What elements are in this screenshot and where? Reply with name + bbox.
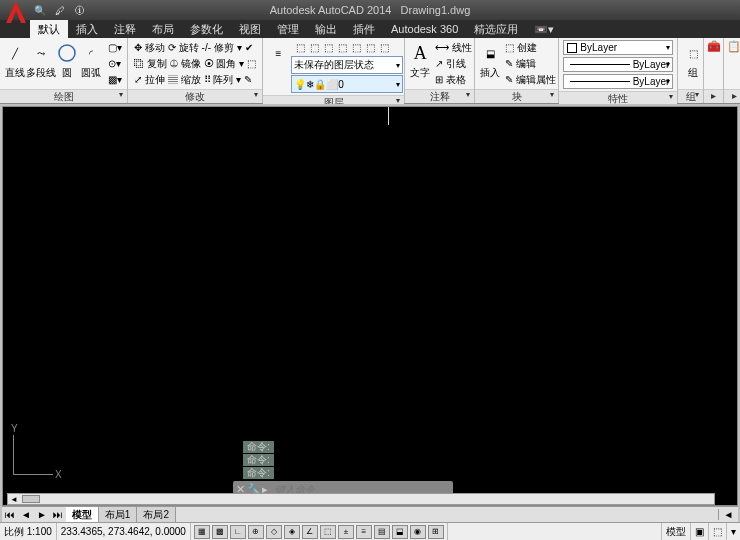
tab-insert[interactable]: 插入: [68, 20, 106, 38]
tab-nav-first-icon[interactable]: ⏮: [2, 509, 18, 520]
grid-toggle[interactable]: ▩: [212, 525, 228, 539]
rotate-button[interactable]: ⟳ 旋转: [168, 41, 199, 55]
tab-view[interactable]: 视图: [231, 20, 269, 38]
move-button[interactable]: ✥ 移动: [134, 41, 165, 55]
expand-icon[interactable]: ▾: [669, 92, 673, 101]
tab-layout[interactable]: 布局: [144, 20, 182, 38]
layer-tool-icon[interactable]: ⬚: [321, 41, 335, 55]
table-button[interactable]: ⊞ 表格: [433, 72, 474, 87]
expand-icon[interactable]: ▾: [466, 90, 470, 99]
status-model-label[interactable]: 模型: [661, 523, 690, 540]
status-scale[interactable]: 比例 1:100: [0, 523, 57, 540]
qp-toggle[interactable]: ⬓: [392, 525, 408, 539]
block-edit-button[interactable]: ✎ 编辑: [503, 56, 558, 71]
layer-state-combo[interactable]: 未保存的图层状态▾: [291, 56, 403, 74]
3dosnap-toggle[interactable]: ◈: [284, 525, 300, 539]
mod-extra2-icon[interactable]: ⬚: [247, 58, 256, 69]
block-editattr-button[interactable]: ✎ 编辑属性: [503, 72, 558, 87]
layer-current-combo[interactable]: 💡 ❄ 🔒 ⬜ 0▾: [291, 75, 403, 93]
qat-info-icon[interactable]: 🛈: [72, 2, 88, 18]
stretch-button[interactable]: ⤢ 拉伸: [134, 73, 165, 87]
expand-icon[interactable]: ▾: [695, 90, 699, 99]
copy-button[interactable]: ⿻ 复制: [134, 57, 167, 71]
text-button[interactable]: A文字: [409, 40, 431, 80]
layer-properties-button[interactable]: ≡: [267, 40, 289, 64]
color-combo[interactable]: ByLayer▾: [563, 40, 673, 55]
fillet-button[interactable]: ⦿ 圆角: [204, 57, 237, 71]
trim-button[interactable]: -/- 修剪: [202, 41, 234, 55]
array-button[interactable]: ⠿ 阵列: [204, 73, 234, 87]
svg-marker-0: [6, 1, 26, 23]
otrack-toggle[interactable]: ∠: [302, 525, 318, 539]
expand-icon[interactable]: ▾: [550, 90, 554, 99]
tab-plugins[interactable]: 插件: [345, 20, 383, 38]
tab-featured[interactable]: 精选应用: [466, 20, 526, 38]
block-create-button[interactable]: ⬚ 创建: [503, 40, 558, 55]
line-button[interactable]: ╱直线: [4, 40, 26, 80]
arc-button[interactable]: ◜圆弧: [80, 40, 102, 80]
draw-extra3-icon[interactable]: ▩▾: [106, 72, 124, 87]
expand-icon[interactable]: ▾: [254, 90, 258, 99]
scroll-thumb[interactable]: [22, 495, 40, 503]
mod-extra3-icon[interactable]: ✎: [244, 74, 252, 85]
qat-search-icon[interactable]: 🔍: [32, 2, 48, 18]
dd1-icon[interactable]: ▾: [237, 42, 242, 53]
sc-toggle[interactable]: ◉: [410, 525, 426, 539]
status-tray2-icon[interactable]: ⬚: [708, 523, 726, 540]
polar-toggle[interactable]: ⊕: [248, 525, 264, 539]
polyline-button[interactable]: ⤳多段线: [28, 40, 54, 80]
layout2-tab[interactable]: 布局2: [137, 507, 176, 522]
status-tray1-icon[interactable]: ▣: [690, 523, 708, 540]
group-button[interactable]: ⬚组: [682, 40, 704, 80]
horizontal-scrollbar[interactable]: ◄: [7, 493, 715, 505]
layer-tool-icon[interactable]: ⬚: [363, 41, 377, 55]
tab-annotate[interactable]: 注释: [106, 20, 144, 38]
panel-collapsed-2[interactable]: 📋▸: [724, 38, 740, 103]
app-logo[interactable]: [4, 0, 28, 25]
dd2-icon[interactable]: ▾: [239, 58, 244, 69]
layer-tool-icon[interactable]: ⬚: [335, 41, 349, 55]
dyn-toggle[interactable]: ±: [338, 525, 354, 539]
tab-expand-icon[interactable]: 📼▾: [526, 20, 562, 38]
scroll-left-icon[interactable]: ◄: [8, 495, 20, 504]
tab-parametric[interactable]: 参数化: [182, 20, 231, 38]
status-tray3-icon[interactable]: ▾: [726, 523, 740, 540]
ducs-toggle[interactable]: ⬚: [320, 525, 336, 539]
lineweight-combo[interactable]: ByLayer▾: [563, 57, 673, 72]
tab-manage[interactable]: 管理: [269, 20, 307, 38]
tab-nav-prev-icon[interactable]: ◄: [18, 509, 34, 520]
tab-default[interactable]: 默认: [30, 20, 68, 38]
lwt-toggle[interactable]: ≡: [356, 525, 372, 539]
expand-icon[interactable]: ▾: [119, 90, 123, 99]
mod-extra1-icon[interactable]: ✔: [245, 42, 253, 53]
linetype-combo[interactable]: ByLayer▾: [563, 74, 673, 89]
layer-tool-icon[interactable]: ⬚: [307, 41, 321, 55]
layer-tool-icon[interactable]: ⬚: [349, 41, 363, 55]
draw-extra2-icon[interactable]: ⊙▾: [106, 56, 124, 71]
tab-nav-last-icon[interactable]: ⏭: [50, 509, 66, 520]
layer-tool-icon[interactable]: ⬚: [293, 41, 307, 55]
panel-collapsed-1[interactable]: 🧰▸: [704, 38, 724, 103]
dd3-icon[interactable]: ▾: [236, 74, 241, 85]
tab-output[interactable]: 输出: [307, 20, 345, 38]
layout1-tab[interactable]: 布局1: [99, 507, 138, 522]
scale-button[interactable]: ▤ 缩放: [168, 73, 201, 87]
tpy-toggle[interactable]: ▤: [374, 525, 390, 539]
am-toggle[interactable]: ⊞: [428, 525, 444, 539]
insert-block-button[interactable]: ⬓插入: [479, 40, 501, 80]
leader-button[interactable]: ↗ 引线: [433, 56, 474, 71]
draw-extra1-icon[interactable]: ▢▾: [106, 40, 124, 55]
drawing-canvas[interactable]: Y X 命令: 命令: 命令: ✕ 🔧 ▸_ ◄: [2, 106, 738, 506]
scroll-left2-icon[interactable]: ◄: [718, 509, 738, 520]
tab-autodesk360[interactable]: Autodesk 360: [383, 20, 466, 38]
mirror-button[interactable]: ⦹ 镜像: [170, 57, 201, 71]
circle-button[interactable]: 圆: [56, 40, 78, 80]
model-tab[interactable]: 模型: [66, 507, 99, 522]
osnap-toggle[interactable]: ◇: [266, 525, 282, 539]
ortho-toggle[interactable]: ∟: [230, 525, 246, 539]
qat-pen-icon[interactable]: 🖊: [52, 2, 68, 18]
dim-linear-button[interactable]: ⟷ 线性: [433, 40, 474, 55]
snap-toggle[interactable]: ▦: [194, 525, 210, 539]
tab-nav-next-icon[interactable]: ►: [34, 509, 50, 520]
layer-tool-icon[interactable]: ⬚: [377, 41, 391, 55]
